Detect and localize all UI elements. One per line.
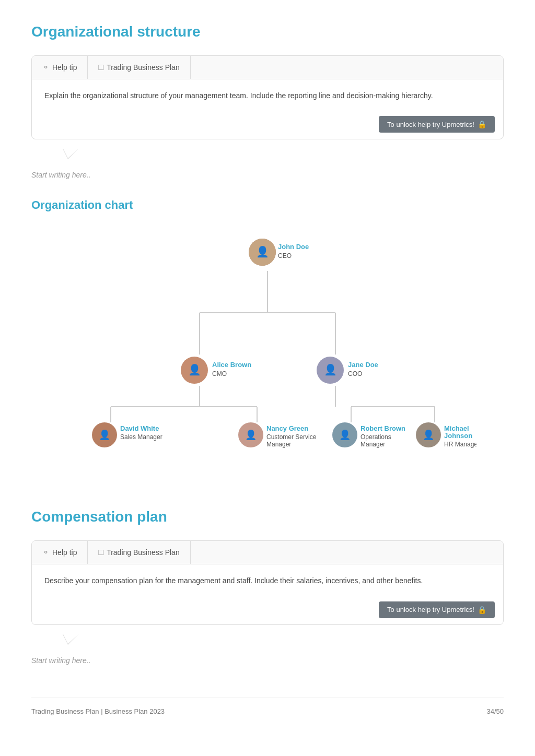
unlock-row-1: To unlock help try Upmetrics! 🔒: [32, 112, 503, 139]
unlock-btn-label-2: To unlock help try Upmetrics!: [387, 606, 474, 613]
help-box-2: ⚬ Help tip □ Trading Business Plan Descr…: [31, 540, 504, 624]
doc-icon-1: □: [98, 61, 103, 74]
svg-text:👤: 👤: [188, 363, 201, 376]
org-chart-title: Organization chart: [31, 196, 504, 214]
svg-text:👤: 👤: [423, 429, 435, 441]
ceo-title: CEO: [278, 252, 292, 259]
help-tab-tip-1[interactable]: ⚬ Help tip: [32, 56, 88, 79]
svg-text:👤: 👤: [339, 429, 351, 441]
unlock-row-2: To unlock help try Upmetrics! 🔒: [32, 597, 503, 624]
help-icon-2: ⚬: [42, 546, 49, 559]
help-tab-plan-2[interactable]: □ Trading Business Plan: [88, 541, 190, 564]
compensation-title: Compensation plan: [31, 506, 504, 528]
coo-title: COO: [348, 370, 362, 377]
nancy-title-line1: Customer Service: [266, 433, 317, 441]
unlock-btn-label-1: To unlock help try Upmetrics!: [387, 121, 474, 128]
unlock-btn-2[interactable]: To unlock help try Upmetrics! 🔒: [379, 601, 495, 618]
nancy-title-line2: Manager: [266, 441, 291, 448]
ceo-name: John Doe: [278, 243, 309, 251]
svg-text:👤: 👤: [256, 245, 269, 258]
robert-title-line1: Operations: [360, 433, 391, 441]
svg-text:👤: 👤: [245, 429, 257, 441]
footer-left: Trading Business Plan | Business Plan 20…: [31, 706, 165, 717]
help-tab-tip-label-1: Help tip: [52, 62, 77, 73]
start-writing-1[interactable]: Start writing here..: [31, 170, 504, 181]
svg-text:👤: 👤: [99, 429, 111, 441]
footer: Trading Business Plan | Business Plan 20…: [31, 698, 504, 717]
help-tab-tip-label-2: Help tip: [52, 547, 77, 558]
org-chart-svg: 👤 John Doe CEO 👤 Alice Brown CMO 👤 Jane …: [59, 229, 476, 490]
david-name: David White: [120, 424, 159, 432]
lock-icon-1: 🔒: [478, 120, 486, 128]
help-text-2: Describe your compensation plan for the …: [44, 575, 491, 586]
help-tab-plan-1[interactable]: □ Trading Business Plan: [88, 56, 190, 79]
org-chart-container: 👤 John Doe CEO 👤 Alice Brown CMO 👤 Jane …: [31, 229, 504, 490]
nancy-name: Nancy Green: [266, 424, 308, 432]
svg-text:👤: 👤: [324, 363, 337, 376]
robert-title-line2: Manager: [360, 441, 385, 448]
help-icon-1: ⚬: [42, 61, 49, 74]
start-writing-2[interactable]: Start writing here..: [31, 655, 504, 666]
cmo-name: Alice Brown: [212, 361, 251, 369]
help-tabs-1: ⚬ Help tip □ Trading Business Plan: [32, 56, 503, 79]
bubble-tail-2: [63, 634, 78, 645]
help-tabs-2: ⚬ Help tip □ Trading Business Plan: [32, 541, 503, 564]
footer-right: 34/50: [486, 706, 504, 717]
org-structure-title: Organizational structure: [31, 21, 504, 43]
help-box-1: ⚬ Help tip □ Trading Business Plan Expla…: [31, 55, 504, 139]
david-title: Sales Manager: [120, 433, 162, 441]
help-tab-tip-2[interactable]: ⚬ Help tip: [32, 541, 88, 564]
lock-icon-2: 🔒: [478, 606, 486, 614]
cmo-title: CMO: [212, 370, 227, 377]
michael-name2: Johnson: [444, 432, 472, 440]
help-tab-plan-label-1: Trading Business Plan: [107, 62, 180, 73]
michael-name: Michael: [444, 424, 469, 432]
michael-title: HR Manager: [444, 441, 476, 448]
help-tab-plan-label-2: Trading Business Plan: [107, 547, 180, 558]
doc-icon-2: □: [98, 546, 103, 559]
bubble-tail-1: [63, 149, 78, 159]
help-content-2: Describe your compensation plan for the …: [32, 564, 503, 597]
help-content-1: Explain the organizational structure of …: [32, 79, 503, 112]
unlock-btn-1[interactable]: To unlock help try Upmetrics! 🔒: [379, 116, 495, 133]
coo-name: Jane Doe: [348, 361, 378, 369]
robert-name: Robert Brown: [360, 424, 405, 432]
help-text-1: Explain the organizational structure of …: [44, 90, 491, 101]
